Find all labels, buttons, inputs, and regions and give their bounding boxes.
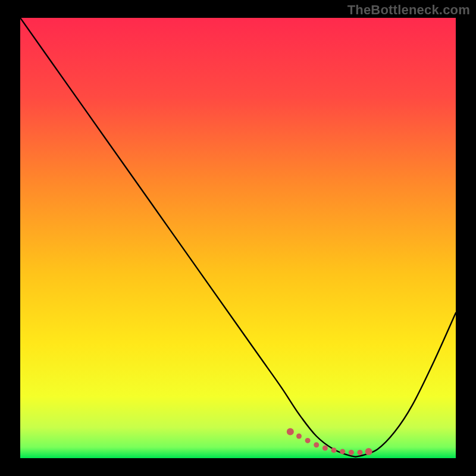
svg-point-2 [296, 434, 302, 439]
svg-point-8 [349, 450, 354, 455]
svg-point-10 [365, 448, 372, 455]
svg-point-7 [340, 449, 345, 454]
chart-container: TheBottleneck.com [0, 0, 476, 476]
svg-point-3 [305, 438, 311, 443]
svg-point-1 [287, 428, 294, 436]
plot-area [20, 18, 456, 458]
bottleneck-curve [20, 18, 456, 458]
svg-point-6 [331, 447, 337, 453]
svg-point-4 [314, 442, 319, 447]
watermark-text: TheBottleneck.com [347, 2, 470, 18]
svg-point-5 [322, 445, 328, 450]
svg-point-9 [357, 450, 362, 455]
